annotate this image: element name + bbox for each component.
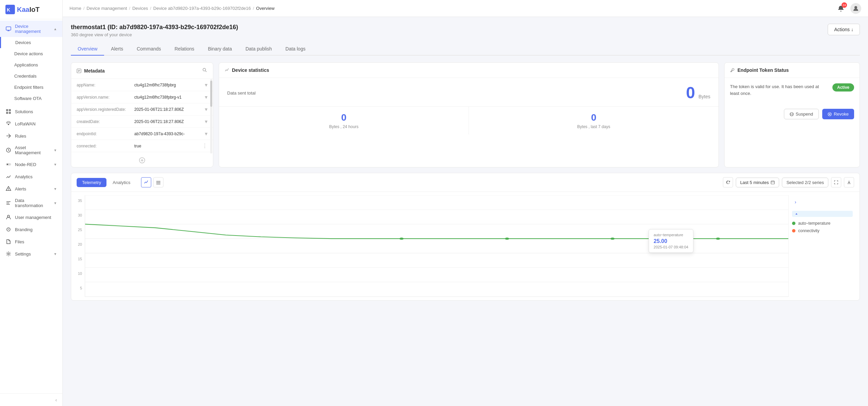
tab-telemetry[interactable]: Telemetry (77, 178, 106, 187)
sidebar-item-label: Device actions (14, 51, 43, 56)
svg-point-31 (505, 238, 509, 240)
sidebar-item-solutions[interactable]: Solutions (0, 105, 62, 118)
stats-details-row: 0 Bytes , 24 hours 0 Bytes , last 7 days (219, 107, 718, 135)
token-actions: Suspend Revoke (730, 109, 854, 119)
tab-overview[interactable]: Overview (71, 43, 104, 56)
breadcrumb-sep-2: / (129, 6, 131, 11)
sidebar-item-files[interactable]: Files (0, 236, 62, 248)
y-label-5: 5 (80, 286, 82, 290)
metadata-row-connected: connected: true ⋮ (71, 140, 213, 152)
meta-expand-icon[interactable]: ▾ (205, 130, 208, 137)
sidebar-item-applications[interactable]: Applications (0, 59, 62, 70)
topbar: Home / Device management / Devices / Dev… (63, 0, 868, 17)
metadata-card-header: Metadata (71, 63, 213, 79)
sidebar-item-device-actions[interactable]: Device actions (0, 48, 62, 59)
breadcrumb-device-id[interactable]: Device ab7d9820-197a-4393-b29c-169702f2d… (153, 6, 251, 11)
meta-menu-icon[interactable]: ⋮ (202, 143, 208, 149)
tab-data-logs[interactable]: Data logs (279, 43, 312, 56)
svg-rect-6 (9, 112, 11, 114)
page-title: thermostat1 (ID: ab7d9820-197a-4393-b29c… (71, 24, 238, 31)
breadcrumb-device-management[interactable]: Device management (86, 6, 127, 11)
table-view-icon[interactable] (153, 177, 163, 187)
tab-data-publish[interactable]: Data publish (239, 43, 279, 56)
sidebar-item-asset-management[interactable]: Asset Management ▼ (0, 142, 62, 158)
sidebar-item-label: Applications (14, 62, 38, 67)
actions-button[interactable]: Actions ↓ (828, 24, 860, 35)
revoke-icon (828, 112, 832, 116)
svg-point-13 (854, 6, 857, 9)
meta-expand-icon[interactable]: ▾ (205, 94, 208, 100)
metadata-add-button[interactable] (71, 154, 213, 167)
chevron-down-icon: ▼ (54, 163, 57, 166)
metadata-row-appname: appName: ctu4g12m6fhc738fpbrg ▾ (71, 79, 213, 91)
sidebar-collapse-button[interactable]: ‹ (0, 393, 62, 406)
metadata-scroll-area: appName: ctu4g12m6fhc738fpbrg ▾ appVersi… (71, 79, 213, 154)
legend-item-temperature[interactable]: auto~temperature (792, 220, 853, 227)
sidebar-item-label: Settings (15, 251, 31, 257)
asset-management-icon (5, 147, 12, 153)
series-selector[interactable]: Selected 2/2 series (782, 178, 828, 187)
telemetry-controls: Last 5 minutes Selected 2/2 series (723, 177, 854, 187)
sidebar-item-data-transformation[interactable]: Data transformation ▼ (0, 195, 62, 211)
scrollbar-thumb (210, 81, 212, 107)
revoke-button[interactable]: Revoke (822, 109, 854, 119)
suspend-button[interactable]: Suspend (784, 109, 819, 119)
metadata-card: Metadata appName: ctu4g12m6fh (71, 62, 213, 167)
metadata-title: Metadata (77, 68, 105, 74)
user-avatar[interactable] (850, 3, 861, 14)
legend-toggle-button[interactable]: › (792, 199, 799, 205)
logo-text: KaaIoT (17, 6, 40, 14)
notification-button[interactable]: 24 (835, 3, 846, 14)
sidebar-item-software-ota[interactable]: Software OTA (0, 93, 62, 104)
tab-binary-data[interactable]: Binary data (201, 43, 239, 56)
breadcrumb-devices[interactable]: Devices (132, 6, 148, 11)
tab-commands[interactable]: Commands (130, 43, 168, 56)
chart-view-icon[interactable] (141, 177, 151, 187)
sidebar-item-user-management[interactable]: User management (0, 211, 62, 223)
meta-expand-icon[interactable]: ▾ (205, 106, 208, 113)
sidebar-item-credentials[interactable]: Credentials (0, 70, 62, 82)
time-range-selector[interactable]: Last 5 minutes (736, 178, 780, 187)
sidebar-item-label: Asset Management (15, 145, 50, 155)
breadcrumb-home[interactable]: Home (70, 6, 81, 11)
solutions-icon (5, 108, 12, 115)
refresh-button[interactable] (723, 177, 733, 187)
sidebar-item-label: Solutions (15, 109, 33, 114)
metadata-search-icon[interactable] (202, 67, 208, 74)
legend-item-connectivity[interactable]: connectivity (792, 227, 853, 235)
stats-card-header: Device statistics (219, 63, 718, 78)
sidebar-item-device-management[interactable]: Device management ▲ (0, 21, 62, 37)
sidebar-item-analytics[interactable]: Analytics (0, 170, 62, 183)
stats-total-unit: Bytes (698, 94, 710, 99)
meta-value: ctu4g12m6fhc738fpbrg (134, 83, 201, 87)
expand-chart-button[interactable] (831, 177, 841, 187)
meta-expand-icon[interactable]: ▾ (205, 118, 208, 125)
tab-relations[interactable]: Relations (168, 43, 201, 56)
legend-dot-connectivity (792, 229, 795, 232)
page-subtitle: 360 degree view of your device (71, 32, 238, 37)
meta-expand-icon[interactable]: ▾ (205, 82, 208, 88)
tab-analytics-telemetry[interactable]: Analytics (107, 178, 136, 187)
chart-toolbar (831, 177, 854, 187)
settings-icon (5, 251, 12, 257)
tab-alerts[interactable]: Alerts (104, 43, 130, 56)
chevron-down-icon: ▼ (54, 187, 57, 191)
y-label-35: 35 (78, 199, 82, 203)
sidebar-item-lorawan[interactable]: LoRaWAN (0, 118, 62, 130)
sidebar-item-label: User management (15, 215, 51, 220)
legend-dot-temperature (792, 222, 795, 225)
page-header: thermostat1 (ID: ab7d9820-197a-4393-b29c… (71, 24, 860, 37)
stat-box-24h: 0 Bytes , 24 hours (219, 107, 469, 135)
download-chart-button[interactable] (844, 177, 854, 187)
sidebar-item-branding[interactable]: Branding (0, 223, 62, 236)
sidebar-item-devices[interactable]: Devices (0, 37, 62, 48)
meta-value: true (134, 144, 199, 148)
sidebar-item-endpoint-filters[interactable]: Endpoint filters (0, 82, 62, 93)
svg-rect-21 (156, 184, 160, 184)
svg-point-17 (790, 113, 793, 116)
sidebar-item-alerts[interactable]: Alerts ▼ (0, 183, 62, 195)
sidebar-item-settings[interactable]: Settings ▼ (0, 248, 62, 260)
sidebar-item-rules[interactable]: Rules (0, 130, 62, 142)
sidebar-item-node-red[interactable]: Node-RED ▼ (0, 158, 62, 170)
meta-key: createdDate: (77, 119, 131, 124)
